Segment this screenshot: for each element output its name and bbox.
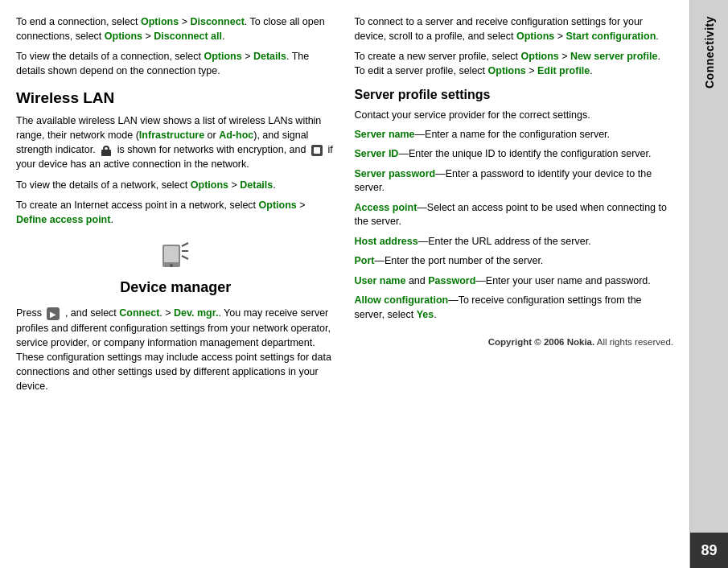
edit-profile-link: Edit profile <box>537 65 590 76</box>
device-manager-box: Device manager <box>16 238 335 298</box>
user-name-item: User name and Password—Enter your user n… <box>355 274 674 289</box>
device-manager-title: Device manager <box>120 277 231 298</box>
para-disconnect: To end a connection, select Options > Di… <box>16 14 335 43</box>
page-number-box: 89 <box>690 533 729 568</box>
details-link-2: Details <box>240 179 273 191</box>
connect-link: Connect <box>119 307 159 319</box>
wlan-para-1: The available wireless LAN view shows a … <box>16 113 335 172</box>
contact-para: Contact your service provider for the co… <box>355 108 674 122</box>
encryption-icon <box>100 144 113 157</box>
server-id-item: Server ID—Enter the unique ID to identif… <box>355 147 674 162</box>
host-address-item: Host address—Enter the URL address of th… <box>355 235 674 249</box>
right-new-profile-para: To create a new server profile, select O… <box>355 49 674 78</box>
svg-rect-5 <box>164 246 179 262</box>
adhoc-link: Ad-hoc <box>219 130 253 141</box>
user-name-label: User name <box>355 275 406 286</box>
details-link-1: Details <box>253 51 286 62</box>
server-password-label: Server password <box>355 168 436 179</box>
disconnect-link: Disconnect <box>190 16 244 27</box>
disconnect-all-link: Disconnect all <box>154 31 222 42</box>
right-intro-para: To connect to a server and receive confi… <box>355 14 674 43</box>
server-id-label: Server ID <box>355 148 399 159</box>
svg-line-9 <box>182 256 188 259</box>
wlan-para-2: To view the details of a network, select… <box>16 178 335 192</box>
page-number: 89 <box>701 542 717 559</box>
wlan-heading: Wireless LAN <box>16 87 335 109</box>
wlan-para-3: To create an Internet access point in a … <box>16 198 335 227</box>
options-link-r1: Options <box>516 31 554 42</box>
copyright-text: Copyright © 2006 Nokia. <box>488 337 594 347</box>
access-point-label: Access point <box>355 202 417 213</box>
para-details: To view the details of a connection, sel… <box>16 49 335 78</box>
svg-point-6 <box>170 264 173 267</box>
start-config-link: Start configuration <box>566 31 656 42</box>
allow-config-label: Allow configuration <box>355 294 449 306</box>
server-password-item: Server password—Enter a password to iden… <box>355 167 674 196</box>
yes-link: Yes <box>417 309 434 320</box>
svg-rect-1 <box>104 146 109 150</box>
options-link-r3: Options <box>488 65 526 76</box>
server-name-item: Server name—Enter a name for the configu… <box>355 128 674 142</box>
password-label: Password <box>428 275 475 286</box>
options-link-3: Options <box>204 51 241 62</box>
allow-config-item: Allow configuration—To receive configura… <box>355 294 674 322</box>
active-connection-icon <box>311 144 323 157</box>
two-col: To end a connection, select Options > Di… <box>16 14 673 554</box>
options-link-5: Options <box>259 200 297 211</box>
options-link-r2: Options <box>521 51 559 62</box>
press-icon: ▶ <box>46 307 60 321</box>
server-name-label: Server name <box>355 129 415 140</box>
options-link-1: Options <box>141 16 179 27</box>
host-address-label: Host address <box>355 236 418 247</box>
left-col: To end a connection, select Options > Di… <box>16 14 335 554</box>
dev-mgr-link: Dev. mgr. <box>174 307 218 319</box>
access-point-item: Access point—Select an access point to b… <box>355 201 674 229</box>
copyright-suffix: All rights reserved. <box>594 337 673 347</box>
copyright: Copyright © 2006 Nokia. All rights reser… <box>355 327 674 352</box>
svg-line-7 <box>182 243 188 246</box>
define-ap-link: Define access point <box>16 214 110 225</box>
server-profile-heading: Server profile settings <box>355 85 674 104</box>
infrastructure-link: Infrastructure <box>139 130 204 141</box>
new-server-profile-link: New server profile <box>570 51 657 62</box>
dm-para: Press ▶ , and select Connect. > Dev. mgr… <box>16 306 335 393</box>
sidebar-label: Connectivity <box>703 16 716 88</box>
right-col: To connect to a server and receive confi… <box>355 14 674 554</box>
svg-text:▶: ▶ <box>50 310 56 319</box>
sidebar: Connectivity 89 <box>689 0 728 568</box>
svg-rect-3 <box>314 147 320 154</box>
main-content: To end a connection, select Options > Di… <box>0 0 689 568</box>
port-label: Port <box>355 255 375 266</box>
device-manager-icon <box>158 238 193 274</box>
port-item: Port—Enter the port number of the server… <box>355 254 674 269</box>
options-link-2: Options <box>105 31 142 42</box>
options-link-4: Options <box>191 179 228 191</box>
